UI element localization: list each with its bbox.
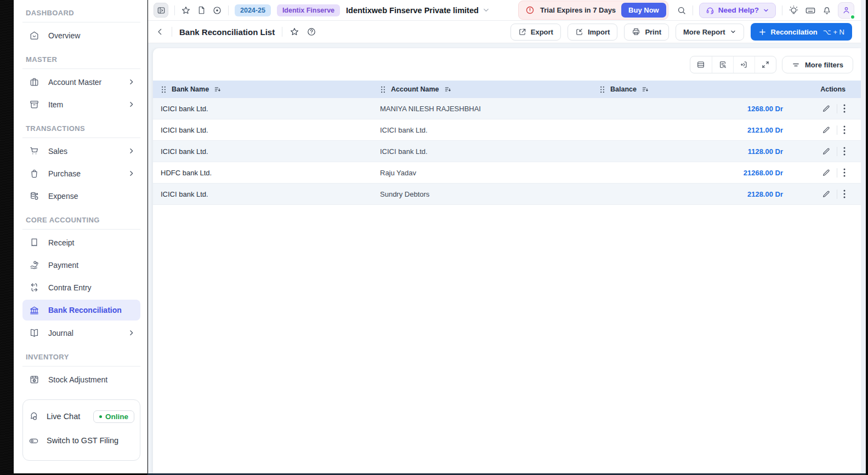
- keyboard-shortcuts-button[interactable]: [805, 5, 816, 16]
- divider: [837, 190, 837, 199]
- column-header-balance[interactable]: Balance: [599, 85, 788, 93]
- table-row[interactable]: ICICI bank Ltd. MANIYA NILESH RAJESHBHAI…: [153, 98, 861, 119]
- sidebar-item-expense[interactable]: Expense: [22, 185, 140, 207]
- drag-handle-icon[interactable]: [161, 86, 167, 93]
- row-menu-button[interactable]: [843, 190, 846, 198]
- documents-button[interactable]: [197, 5, 206, 15]
- bank-name-cell: ICICI bank Ltd.: [161, 126, 380, 134]
- row-menu-button[interactable]: [843, 104, 846, 113]
- search-button[interactable]: [677, 5, 687, 15]
- window-right-edge: [866, 0, 868, 475]
- kebab-menu-icon: [843, 168, 846, 177]
- hand-coins-icon: [29, 260, 39, 270]
- import-button[interactable]: Import: [568, 24, 617, 41]
- print-button[interactable]: Print: [624, 24, 669, 41]
- column-header-bank-name[interactable]: Bank Name: [161, 85, 380, 93]
- edit-button[interactable]: [822, 125, 831, 134]
- document-icon: [197, 5, 206, 15]
- table-row[interactable]: ICICI bank Ltd. Sundry Debtors 2128.00 D…: [153, 184, 861, 205]
- more-report-button[interactable]: More Report: [676, 24, 744, 41]
- scrollbar-track[interactable]: [861, 0, 866, 473]
- switch-gst-item[interactable]: Switch to GST Filing: [29, 428, 134, 453]
- sidebar-item-receipt[interactable]: Receipt: [22, 231, 140, 254]
- sidebar-item-bank-reconciliation[interactable]: Bank Reconciliation: [22, 300, 140, 321]
- book-icon: [29, 328, 39, 338]
- divider: [22, 138, 140, 138]
- sidebar-item-purchase[interactable]: Purchase: [22, 162, 140, 185]
- column-header-account-name[interactable]: Account Name: [380, 85, 599, 93]
- table-row[interactable]: HDFC bank Ltd. Raju Yadav 21268.00 Dr: [153, 162, 861, 184]
- watch-button[interactable]: [212, 5, 222, 15]
- edit-button[interactable]: [822, 104, 831, 113]
- sidebar-item-stock-adjustment[interactable]: Stock Adjustment: [22, 368, 140, 391]
- row-menu-button[interactable]: [843, 147, 846, 156]
- cart-icon: [29, 146, 39, 156]
- favorite-button[interactable]: [181, 5, 191, 15]
- help-button[interactable]: [307, 27, 316, 37]
- favorite-page-button[interactable]: [290, 27, 299, 37]
- back-button[interactable]: [156, 27, 164, 36]
- sidebar-collapse-button[interactable]: [154, 3, 168, 18]
- balance-cell: 1268.00 Dr: [747, 105, 788, 113]
- company-switcher[interactable]: Identixweb Finserve Private limited: [346, 6, 490, 15]
- panel-toggle-icon: [157, 6, 166, 15]
- pencil-icon: [822, 104, 831, 113]
- sidebar-item-contra-entry[interactable]: Contra Entry: [22, 276, 140, 299]
- sidebar-item-overview[interactable]: Overview: [22, 24, 140, 47]
- sidebar-item-label: Item: [48, 100, 63, 109]
- export-button[interactable]: Export: [510, 24, 561, 41]
- divider: [22, 68, 140, 69]
- fiscal-year-badge[interactable]: 2024-25: [235, 4, 271, 16]
- sort-icon[interactable]: [642, 85, 649, 93]
- sidebar-item-payment[interactable]: Payment: [22, 254, 140, 276]
- table-row[interactable]: ICICI bank Ltd. ICICI bank Ltd. 1128.00 …: [153, 141, 861, 162]
- org-badge[interactable]: Identix Finserve: [277, 4, 340, 16]
- window-left-edge: [0, 0, 14, 475]
- sort-icon[interactable]: [444, 85, 452, 93]
- sidebar-item-account-master[interactable]: Account Master: [22, 71, 140, 93]
- divider: [693, 5, 693, 15]
- page-title: Bank Reconciliation List: [179, 27, 275, 37]
- chevron-left-icon: [156, 27, 164, 36]
- receipt-icon: [29, 237, 39, 248]
- sidebar-item-label: Journal: [48, 329, 73, 337]
- sidebar-item-sales[interactable]: Sales: [22, 140, 140, 162]
- kebab-menu-icon: [843, 125, 846, 134]
- box-gear-icon: [29, 374, 39, 385]
- live-chat-item[interactable]: Live Chat Online: [29, 404, 134, 428]
- section-header-core-accounting: CORE ACCOUNTING: [26, 216, 140, 224]
- pencil-icon: [822, 147, 831, 156]
- drag-handle-icon[interactable]: [380, 86, 386, 93]
- main-area: 2024-25 Identix Finserve Identixweb Fins…: [148, 0, 861, 473]
- sort-icon[interactable]: [214, 85, 222, 93]
- notifications-button[interactable]: [822, 5, 832, 15]
- row-menu-button[interactable]: [843, 168, 846, 177]
- briefcase-icon: [29, 77, 39, 87]
- search-columns-button[interactable]: [712, 56, 733, 73]
- need-help-button[interactable]: Need Help?: [699, 3, 776, 18]
- sidebar-item-label: Stock Adjustment: [48, 375, 107, 384]
- search-icon: [677, 5, 687, 15]
- sidebar-item-label: Overview: [48, 31, 80, 40]
- pin-column-button[interactable]: [733, 56, 754, 73]
- buy-now-button[interactable]: Buy Now: [621, 3, 666, 18]
- more-filters-button[interactable]: More filters: [782, 56, 853, 73]
- divider: [837, 147, 837, 156]
- user-avatar[interactable]: [838, 2, 854, 19]
- edit-button[interactable]: [822, 147, 831, 156]
- row-density-button[interactable]: [690, 56, 712, 73]
- sidebar-item-journal[interactable]: Journal: [22, 322, 140, 344]
- box-icon: [29, 99, 39, 110]
- row-menu-button[interactable]: [843, 125, 846, 134]
- balance-cell: 2128.00 Dr: [747, 190, 788, 198]
- row-actions: [822, 190, 846, 199]
- keyboard-icon: [805, 5, 816, 16]
- new-reconciliation-button[interactable]: Reconcilation ⌥ + N: [751, 23, 852, 41]
- table-row[interactable]: ICICI bank Ltd. ICICI bank Ltd. 2121.00 …: [153, 119, 861, 141]
- edit-button[interactable]: [822, 168, 831, 177]
- edit-button[interactable]: [822, 190, 831, 198]
- whats-new-button[interactable]: [788, 5, 799, 15]
- fullscreen-button[interactable]: [754, 56, 776, 73]
- sidebar-item-item[interactable]: Item: [22, 93, 140, 116]
- drag-handle-icon[interactable]: [599, 86, 605, 93]
